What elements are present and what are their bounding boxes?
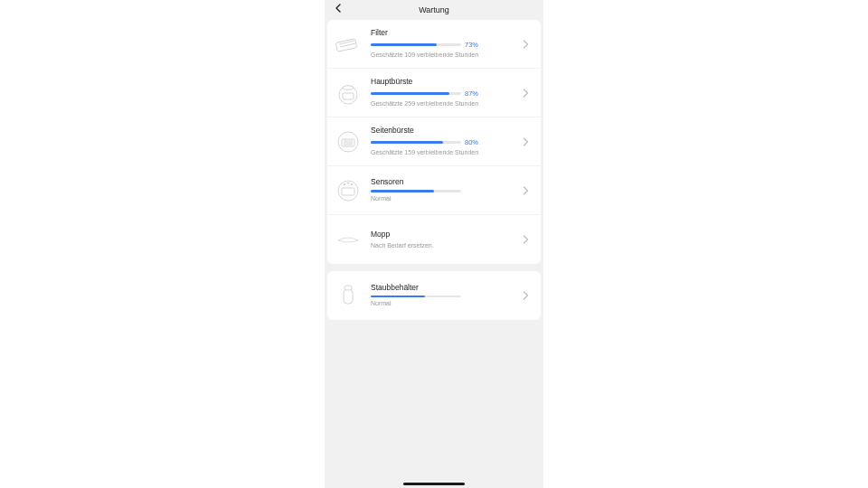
progress-percent: 73%: [465, 41, 478, 49]
progress-row: [371, 296, 517, 298]
chevron-right-icon: [523, 89, 533, 98]
page-title: Wartung: [334, 5, 534, 14]
progress-percent: 80%: [465, 138, 478, 146]
svg-rect-17: [344, 286, 352, 290]
chevron-right-icon: [523, 291, 533, 300]
item-title: Mopp: [371, 230, 517, 239]
item-info: Mopp Nach Bedarf ersetzen.: [371, 230, 517, 250]
svg-rect-12: [342, 188, 354, 195]
item-subtitle: Nach Bedarf ersetzen.: [371, 242, 517, 250]
robot-icon: [333, 175, 363, 206]
pad-icon: [333, 224, 363, 255]
item-title: Sensoren: [371, 177, 517, 186]
item-info: Hauptbürste 87% Geschätzte 259 verbleibe…: [371, 77, 517, 108]
item-title: Staubbehälter: [371, 283, 517, 292]
item-subtitle: Normal: [371, 300, 517, 308]
progress-bar: [371, 92, 461, 95]
item-info: Sensoren Normal: [371, 177, 517, 202]
progress-bar: [371, 43, 461, 46]
chevron-right-icon: [523, 186, 533, 195]
svg-rect-16: [344, 289, 353, 304]
svg-rect-5: [343, 93, 354, 99]
home-indicator: [403, 483, 465, 485]
chevron-left-icon: [334, 4, 343, 13]
item-title: Seitenbürste: [371, 126, 517, 135]
progress-row: [371, 190, 517, 192]
item-info: Filter 73% Geschätzte 109 verbleibende S…: [371, 28, 517, 60]
chevron-right-icon: [523, 235, 533, 244]
item-subtitle: Geschätzte 159 verbleibende Stunden: [371, 149, 517, 157]
item-title: Hauptbürste: [371, 77, 517, 86]
maintenance-card-main: Filter 73% Geschätzte 109 verbleibende S…: [327, 20, 541, 264]
robot-icon: [333, 78, 363, 108]
progress-row: 80%: [371, 138, 517, 146]
progress-percent: 87%: [465, 89, 478, 98]
robot-icon: [333, 127, 363, 157]
filter-icon: [333, 29, 363, 60]
item-subtitle: Geschätzte 109 verbleibende Stunden: [371, 52, 517, 60]
item-title: Filter: [371, 28, 517, 37]
chevron-right-icon: [523, 40, 533, 49]
svg-point-4: [343, 85, 354, 89]
svg-point-13: [344, 183, 344, 184]
progress-row: 73%: [371, 41, 517, 49]
item-staubbehaelter[interactable]: Staubbehälter Normal: [327, 271, 541, 320]
back-button[interactable]: [334, 4, 346, 16]
item-filter[interactable]: Filter 73% Geschätzte 109 verbleibende S…: [327, 20, 541, 69]
bin-icon: [333, 280, 363, 311]
progress-row: 87%: [371, 89, 517, 98]
progress-bar: [371, 296, 461, 298]
chevron-right-icon: [523, 137, 533, 146]
maintenance-card-dustbin: Staubbehälter Normal: [327, 271, 541, 320]
item-mopp[interactable]: Mopp Nach Bedarf ersetzen.: [327, 215, 541, 264]
progress-bar: [371, 141, 461, 144]
item-hauptbuerste[interactable]: Hauptbürste 87% Geschätzte 259 verbleibe…: [327, 69, 541, 117]
svg-point-14: [347, 182, 348, 183]
item-sensoren[interactable]: Sensoren Normal: [327, 166, 541, 215]
app-screen: Wartung Filter 73% Geschätzte 109 verble…: [325, 0, 543, 488]
item-info: Seitenbürste 80% Geschätzte 159 verbleib…: [371, 126, 517, 157]
header: Wartung: [325, 0, 543, 20]
content: Filter 73% Geschätzte 109 verbleibende S…: [325, 20, 543, 488]
item-seitenbuerste[interactable]: Seitenbürste 80% Geschätzte 159 verbleib…: [327, 117, 541, 166]
item-subtitle: Normal: [371, 195, 517, 203]
progress-bar: [371, 190, 461, 192]
item-subtitle: Geschätzte 259 verbleibende Stunden: [371, 100, 517, 108]
item-info: Staubbehälter Normal: [371, 283, 517, 308]
svg-point-15: [351, 183, 352, 184]
